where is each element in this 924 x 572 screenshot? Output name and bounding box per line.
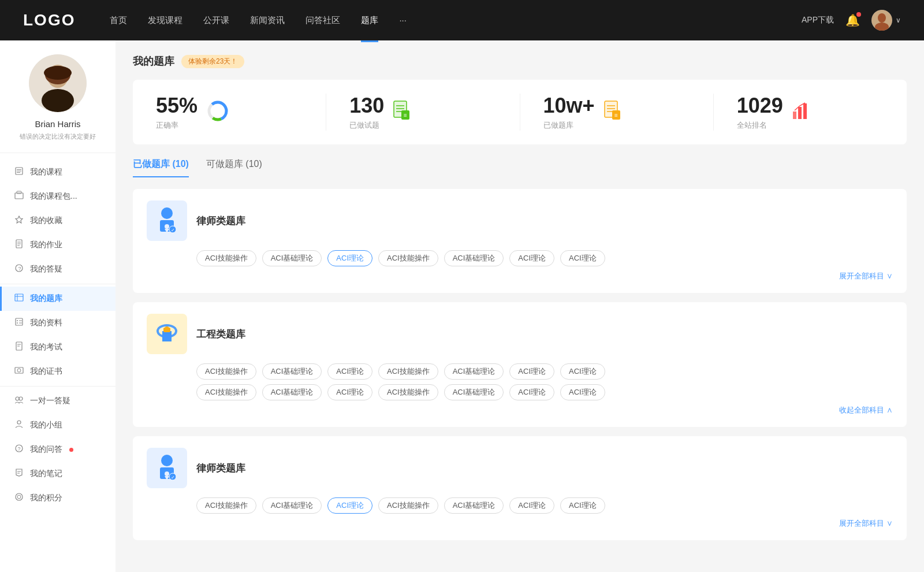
tag-3-5[interactable]: ACI理论 (509, 497, 554, 514)
sidebar-item-favorites[interactable]: 我的收藏 (0, 209, 116, 233)
svg-point-5 (42, 89, 74, 112)
nav-more[interactable]: ··· (399, 13, 407, 28)
collapse-btn-2[interactable]: 收起全部科目 ∧ (147, 405, 893, 415)
page-header: 我的题库 体验剩余23天！ (133, 54, 907, 68)
homework-icon (14, 239, 24, 251)
nav-tiku[interactable]: 题库 (361, 13, 378, 28)
tag-1-6[interactable]: ACI理论 (560, 250, 605, 266)
sidebar-label-points: 我的积分 (30, 493, 62, 503)
bank-card-lawyer-1: ✓ 律师类题库 ACI技能操作 ACI基础理论 ACI理论 ACI技能操作 AC… (133, 189, 907, 293)
sidebar-item-tiku[interactable]: 我的题库 (0, 287, 116, 311)
sidebar-item-qna[interactable]: ? 我的问答 (0, 437, 116, 462)
tab-available[interactable]: 可做题库 (10) (206, 158, 262, 177)
tag-2b-1[interactable]: ACI基础理论 (262, 384, 322, 400)
page-title: 我的题库 (133, 54, 174, 68)
nav-opencourse[interactable]: 公开课 (203, 13, 229, 28)
exam-icon (14, 341, 24, 353)
sidebar-item-group[interactable]: 我的小组 (0, 413, 116, 437)
stat-accuracy-value: 55% (156, 94, 198, 118)
sidebar-label-1v1: 一对一答疑 (30, 396, 70, 406)
tag-1-0[interactable]: ACI技能操作 (196, 250, 256, 266)
expand-btn-3[interactable]: 展开全部科目 ∨ (147, 518, 893, 529)
user-avatar-btn[interactable]: ∨ (871, 10, 901, 31)
sidebar-label-course: 我的课程 (30, 167, 62, 177)
tag-2-1[interactable]: ACI基础理论 (262, 363, 322, 380)
tag-3-1[interactable]: ACI基础理论 (262, 497, 322, 514)
tag-1-3[interactable]: ACI技能操作 (378, 250, 438, 266)
svg-point-41 (16, 493, 23, 500)
sidebar-nav: 我的课程 我的课程包... 我的收藏 我的作业 (0, 153, 116, 517)
sidebar-label-qna: 我的问答 (30, 444, 62, 455)
tag-2b-5[interactable]: ACI理论 (509, 384, 554, 400)
svg-text:?: ? (18, 446, 21, 452)
sidebar-item-ask[interactable]: ? 我的答疑 (0, 257, 116, 281)
course-icon (14, 166, 24, 178)
notification-bell[interactable]: 🔔 (845, 13, 860, 27)
svg-point-73 (161, 455, 173, 466)
stat-accuracy-label: 正确率 (156, 120, 198, 131)
tag-3-6[interactable]: ACI理论 (560, 497, 605, 514)
tag-3-3[interactable]: ACI技能操作 (378, 497, 438, 514)
tag-3-4[interactable]: ACI基础理论 (444, 497, 504, 514)
tabs: 已做题库 (10) 可做题库 (10) (133, 158, 907, 177)
profile-name: Brian Harris (35, 119, 80, 129)
tag-2b-0[interactable]: ACI技能操作 (196, 384, 256, 400)
tag-2b-6[interactable]: ACI理论 (560, 384, 605, 400)
svg-point-1 (878, 13, 886, 23)
svg-point-65 (165, 224, 169, 229)
sidebar-item-1v1[interactable]: 一对一答疑 (0, 389, 116, 413)
nav-discover[interactable]: 发现课程 (148, 13, 182, 28)
sidebar-item-package[interactable]: 我的课程包... (0, 184, 116, 209)
sidebar-item-course[interactable]: 我的课程 (0, 160, 116, 184)
main-nav: 首页 发现课程 公开课 新闻资讯 问答社区 题库 ··· (110, 13, 802, 28)
stat-done-b-label: 已做题库 (543, 120, 595, 131)
nav-qa[interactable]: 问答社区 (305, 13, 340, 28)
logo[interactable]: LOGO (23, 11, 75, 29)
lawyer-icon-1: ✓ (147, 200, 187, 241)
sidebar-item-material[interactable]: 我的资料 (0, 311, 116, 335)
tag-2-0[interactable]: ACI技能操作 (196, 363, 256, 380)
svg-point-75 (165, 471, 169, 476)
svg-point-36 (17, 421, 21, 424)
svg-text:✓: ✓ (171, 475, 175, 480)
tag-2-6[interactable]: ACI理论 (560, 363, 605, 380)
bank-tags-row-2b: ACI技能操作 ACI基础理论 ACI理论 ACI技能操作 ACI基础理论 AC… (147, 384, 893, 400)
tag-1-4[interactable]: ACI基础理论 (444, 250, 504, 266)
svg-text:?: ? (18, 266, 21, 272)
svg-point-25 (17, 320, 18, 321)
sidebar-item-points[interactable]: 我的积分 (0, 486, 116, 510)
tag-3-2[interactable]: ACI理论 (327, 497, 372, 514)
tag-1-1[interactable]: ACI基础理论 (262, 250, 322, 266)
bank-card-engineer: 工程类题库 ACI技能操作 ACI基础理论 ACI理论 ACI技能操作 ACI基… (133, 302, 907, 427)
sidebar-item-exam[interactable]: 我的考试 (0, 335, 116, 359)
sidebar-label-package: 我的课程包... (30, 191, 77, 202)
expand-btn-1[interactable]: 展开全部科目 ∨ (147, 271, 893, 281)
sidebar-item-cert[interactable]: 我的证书 (0, 359, 116, 384)
nav-news[interactable]: 新闻资讯 (250, 13, 285, 28)
sidebar-divider-2 (0, 386, 116, 387)
qna-red-dot (69, 448, 73, 452)
tag-1-2[interactable]: ACI理论 (327, 250, 372, 266)
svg-point-72 (165, 326, 169, 331)
tag-1-5[interactable]: ACI理论 (509, 250, 554, 266)
app-download-btn[interactable]: APP下载 (802, 15, 834, 25)
tiku-icon (14, 293, 24, 304)
sidebar-item-notes[interactable]: 我的笔记 (0, 462, 116, 486)
sidebar-label-notes: 我的笔记 (30, 469, 62, 479)
stat-rank-value: 1029 (737, 94, 783, 118)
tag-2-4[interactable]: ACI基础理论 (444, 363, 504, 380)
tag-2b-2[interactable]: ACI理论 (327, 384, 372, 400)
tag-3-0[interactable]: ACI技能操作 (196, 497, 256, 514)
nav-home[interactable]: 首页 (110, 13, 127, 28)
tag-2-2[interactable]: ACI理论 (327, 363, 372, 380)
tag-2-5[interactable]: ACI理论 (509, 363, 554, 380)
tag-2-3[interactable]: ACI技能操作 (378, 363, 438, 380)
bank-title-1: 律师类题库 (196, 214, 245, 228)
stat-done-banks: 10w+ 已做题库 ≡ (520, 94, 714, 131)
sidebar-item-homework[interactable]: 我的作业 (0, 233, 116, 257)
tag-2b-4[interactable]: ACI基础理论 (444, 384, 504, 400)
doc-yellow-icon: ≡ (603, 100, 623, 124)
tab-done[interactable]: 已做题库 (10) (133, 158, 189, 177)
tag-2b-3[interactable]: ACI技能操作 (378, 384, 438, 400)
svg-rect-21 (15, 294, 23, 301)
